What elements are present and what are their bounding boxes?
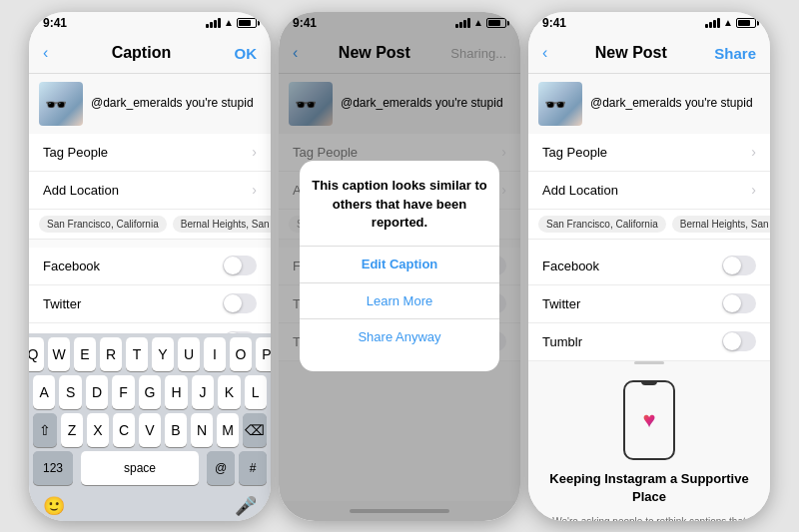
key-w[interactable]: W [48, 337, 70, 371]
facebook-toggle-1[interactable] [223, 256, 257, 275]
chip-bernal-3[interactable]: Bernal Heights, San Fr [672, 216, 770, 233]
keyboard-row-2: A S D F G H J K L [29, 371, 271, 409]
facebook-label-1: Facebook [43, 259, 100, 273]
twitter-toggle-1[interactable] [223, 293, 257, 313]
mic-icon-1[interactable]: 🎤 [235, 495, 257, 517]
key-b[interactable]: B [165, 413, 187, 447]
location-chips-3: San Francisco, California Bernal Heights… [528, 210, 770, 240]
status-time-1: 9:41 [43, 16, 67, 30]
chip-bernal-1[interactable]: Bernal Heights, San Fr [173, 216, 271, 233]
caption-text-3[interactable]: @dark_emeralds you're stupid [590, 96, 753, 112]
add-location-row-3[interactable]: Add Location › [528, 172, 770, 210]
nav-title-3: New Post [595, 44, 667, 62]
edit-caption-button[interactable]: Edit Caption [312, 247, 487, 282]
key-at[interactable]: @ [207, 451, 235, 485]
share-button-3[interactable]: Share [714, 45, 756, 62]
thumb-emoji-3: 🕶️ [544, 94, 566, 116]
key-hash[interactable]: # [239, 451, 267, 485]
share-anyway-button[interactable]: Share Anyway [312, 319, 487, 355]
signal-icon-1 [206, 18, 221, 28]
battery-icon-1 [237, 18, 257, 28]
thumb-emoji-1: 🕶️ [45, 94, 67, 116]
phone-graphic-3: ♥ [623, 380, 675, 460]
twitter-toggle-3[interactable] [722, 293, 756, 313]
key-delete[interactable]: ⌫ [243, 413, 267, 447]
twitter-row-3[interactable]: Twitter [528, 285, 770, 323]
key-k[interactable]: K [218, 375, 240, 409]
key-d[interactable]: D [86, 375, 108, 409]
key-i[interactable]: I [204, 337, 226, 371]
location-chevron-1: › [252, 182, 257, 198]
facebook-row-3[interactable]: Facebook [528, 248, 770, 285]
key-h[interactable]: H [165, 375, 187, 409]
keyboard-1: Q W E R T Y U I O P A S D F G H J K L ⇧ … [29, 333, 271, 521]
chip-sf-1[interactable]: San Francisco, California [39, 216, 167, 233]
keyboard-bottom-row: 123 space @ # [29, 447, 271, 491]
key-m[interactable]: M [217, 413, 239, 447]
key-f[interactable]: F [112, 375, 134, 409]
tag-chevron-1: › [252, 144, 257, 160]
key-s[interactable]: S [59, 375, 81, 409]
key-o[interactable]: O [230, 337, 252, 371]
keyboard-row-1: Q W E R T Y U I O P [29, 333, 271, 371]
caption-text-1[interactable]: @dark_emeralds you're stupid [91, 96, 254, 112]
status-time-3: 9:41 [542, 16, 566, 30]
key-x[interactable]: X [87, 413, 109, 447]
phone-2: 9:41 ▲ ‹ New Post Sharing... 🕶️ @dark_em… [279, 12, 520, 521]
toggle-section-1: Facebook Twitter Tumblr [29, 248, 271, 333]
add-location-row-1[interactable]: Add Location › [29, 172, 271, 210]
key-v[interactable]: V [139, 413, 161, 447]
key-u[interactable]: U [178, 337, 200, 371]
learn-more-button[interactable]: Learn More [312, 282, 487, 318]
phone-3: 9:41 ▲ ‹ New Post Share 🕶️ @dark_emerald… [528, 12, 770, 521]
key-r[interactable]: R [100, 337, 122, 371]
settings-section-1: Tag People › Add Location › San Francisc… [29, 134, 271, 240]
tumblr-row-1[interactable]: Tumblr [29, 323, 271, 333]
key-a[interactable]: A [33, 375, 55, 409]
twitter-row-1[interactable]: Twitter [29, 285, 271, 323]
twitter-label-3: Twitter [542, 296, 580, 311]
tumblr-toggle-3[interactable] [722, 331, 756, 351]
location-chips-1: San Francisco, California Bernal Heights… [29, 210, 271, 240]
key-n[interactable]: N [191, 413, 213, 447]
ok-button-1[interactable]: OK [235, 45, 258, 62]
emoji-icon-1[interactable]: 🙂 [43, 495, 65, 517]
tag-people-row-3[interactable]: Tag People › [528, 134, 770, 172]
facebook-row-1[interactable]: Facebook [29, 248, 271, 285]
battery-icon-3 [736, 18, 756, 28]
phone-1: 9:41 ▲ ‹ Caption OK 🕶️ @dark_emeralds yo… [29, 12, 271, 521]
key-123[interactable]: 123 [33, 451, 73, 485]
tumblr-label-3: Tumblr [542, 334, 582, 349]
back-button-1[interactable]: ‹ [43, 44, 48, 62]
nav-bar-1: ‹ Caption OK [29, 34, 271, 74]
back-button-3[interactable]: ‹ [542, 44, 547, 62]
thumbnail-3: 🕶️ [538, 82, 582, 126]
keyboard-row-3: ⇧ Z X C V B N M ⌫ [29, 409, 271, 447]
key-q[interactable]: Q [29, 337, 44, 371]
key-g[interactable]: G [139, 375, 161, 409]
add-location-label-1: Add Location [43, 183, 119, 198]
key-shift[interactable]: ⇧ [33, 413, 57, 447]
facebook-label-3: Facebook [542, 259, 599, 273]
tag-people-label-3: Tag People [542, 145, 607, 160]
tag-people-row-1[interactable]: Tag People › [29, 134, 271, 172]
wifi-icon-3: ▲ [723, 17, 733, 28]
thumbnail-1: 🕶️ [39, 82, 83, 126]
tumblr-toggle-1[interactable] [223, 331, 257, 333]
key-z[interactable]: Z [61, 413, 83, 447]
key-e[interactable]: E [74, 337, 96, 371]
key-t[interactable]: T [126, 337, 148, 371]
key-p[interactable]: P [256, 337, 271, 371]
signal-icon-3 [705, 18, 720, 28]
status-bar-1: 9:41 ▲ [29, 12, 271, 34]
chip-sf-3[interactable]: San Francisco, California [538, 216, 666, 233]
key-l[interactable]: L [245, 375, 267, 409]
facebook-toggle-3[interactable] [722, 256, 756, 275]
twitter-label-1: Twitter [43, 296, 81, 311]
tumblr-row-3[interactable]: Tumblr [528, 323, 770, 361]
heart-icon-3: ♥ [642, 407, 655, 433]
key-space[interactable]: space [81, 451, 199, 485]
key-j[interactable]: J [192, 375, 214, 409]
key-y[interactable]: Y [152, 337, 174, 371]
key-c[interactable]: C [113, 413, 135, 447]
